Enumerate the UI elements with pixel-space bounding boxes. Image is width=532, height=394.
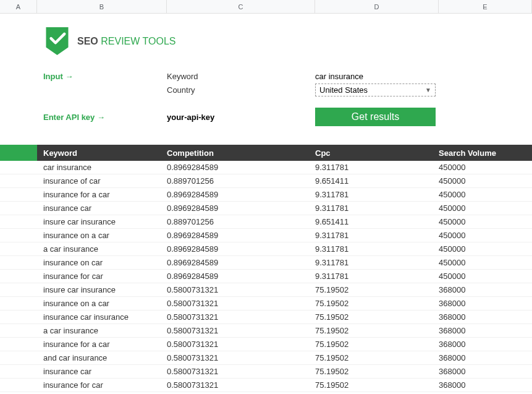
cell-keyword: a car insurance xyxy=(37,244,167,254)
cell-cpc: 75.19502 xyxy=(315,299,439,308)
country-dropdown[interactable]: United States ▼ xyxy=(315,84,436,96)
table-row[interactable]: insurance car0.580073132175.19502368000 xyxy=(0,365,532,379)
api-key-label: Enter API key → xyxy=(37,113,167,122)
country-label: Country xyxy=(167,85,315,95)
table-row[interactable]: insurance on a car0.580073132175.1950236… xyxy=(0,297,532,310)
cell-competition: 0.8969284589 xyxy=(167,258,315,267)
th-competition: Competition xyxy=(167,148,315,158)
cell-volume: 450000 xyxy=(439,176,532,186)
cell-volume: 368000 xyxy=(439,380,532,390)
cell-competition: 0.8969284589 xyxy=(167,231,315,240)
header-accent xyxy=(0,145,37,161)
cell-keyword: insurance car xyxy=(37,203,167,213)
cell-cpc: 9.311781 xyxy=(315,272,439,281)
cell-keyword: and car insurance xyxy=(37,353,167,362)
cell-volume: 368000 xyxy=(439,367,532,376)
cell-competition: 0.5800731321 xyxy=(167,353,315,362)
cell-keyword: insurance on car xyxy=(37,258,167,267)
cell-volume: 450000 xyxy=(439,190,532,199)
cell-cpc: 75.19502 xyxy=(315,367,439,376)
country-value: United States xyxy=(319,85,368,95)
th-cpc: Cpc xyxy=(315,148,439,158)
table-row[interactable]: insurance of car0.8897012569.65141145000… xyxy=(0,174,532,188)
cell-volume: 368000 xyxy=(439,326,532,335)
cell-volume: 368000 xyxy=(439,340,532,349)
cell-competition: 0.5800731321 xyxy=(167,340,315,349)
cell-competition: 0.889701256 xyxy=(167,176,315,186)
input-label: Input → xyxy=(37,72,167,81)
cell-competition: 0.5800731321 xyxy=(167,285,315,294)
cell-volume: 450000 xyxy=(439,217,532,226)
cell-cpc: 9.311781 xyxy=(315,163,439,172)
results-table-body: car insurance0.89692845899.311781450000i… xyxy=(0,161,532,392)
cell-volume: 368000 xyxy=(439,285,532,294)
cell-cpc: 9.651411 xyxy=(315,176,439,186)
keyword-label: Keyword xyxy=(167,72,315,81)
col-header-e[interactable]: E xyxy=(439,0,532,13)
cell-keyword: car insurance xyxy=(37,163,167,172)
cell-competition: 0.889701256 xyxy=(167,217,315,226)
table-row[interactable]: insurance on car0.89692845899.3117814500… xyxy=(0,256,532,270)
table-row[interactable]: insurance car0.89692845899.311781450000 xyxy=(0,202,532,215)
cell-cpc: 9.311781 xyxy=(315,203,439,213)
api-key-value-cell[interactable]: your-api-key xyxy=(167,113,315,122)
table-row[interactable]: insurance car insurance0.580073132175.19… xyxy=(0,310,532,324)
cell-cpc: 9.311781 xyxy=(315,244,439,254)
cell-cpc: 9.651411 xyxy=(315,217,439,226)
cell-volume: 450000 xyxy=(439,272,532,281)
cell-cpc: 9.311781 xyxy=(315,258,439,267)
table-row[interactable]: insure car insurance0.580073132175.19502… xyxy=(0,283,532,297)
cell-volume: 450000 xyxy=(439,231,532,240)
table-row[interactable]: a car insurance0.89692845899.31178145000… xyxy=(0,242,532,256)
th-keyword: Keyword xyxy=(37,148,167,158)
cell-keyword: insurance on a car xyxy=(37,299,167,308)
cell-keyword: insurance on a car xyxy=(37,231,167,240)
cell-keyword: insurance car insurance xyxy=(37,312,167,322)
table-row[interactable]: insurance for car0.580073132175.19502368… xyxy=(0,379,532,392)
table-row[interactable]: car insurance0.89692845899.311781450000 xyxy=(0,161,532,174)
cell-keyword: insurance for a car xyxy=(37,340,167,349)
cell-cpc: 75.19502 xyxy=(315,312,439,322)
cell-keyword: insurance for car xyxy=(37,272,167,281)
cell-keyword: insure car insurance xyxy=(37,217,167,226)
cell-keyword: insurance for car xyxy=(37,380,167,390)
cell-cpc: 9.311781 xyxy=(315,190,439,199)
table-row[interactable]: insure car insurance0.8897012569.6514114… xyxy=(0,215,532,229)
cell-cpc: 9.311781 xyxy=(315,231,439,240)
logo-text-review: REVIEW TOOLS xyxy=(98,36,176,46)
cell-competition: 0.5800731321 xyxy=(167,299,315,308)
checkmark-badge-icon xyxy=(43,26,71,57)
col-header-c[interactable]: C xyxy=(167,0,315,13)
cell-keyword: insure car insurance xyxy=(37,285,167,294)
get-results-button[interactable]: Get results xyxy=(315,108,436,126)
table-row[interactable]: and car insurance0.580073132175.19502368… xyxy=(0,351,532,365)
cell-keyword: insurance for a car xyxy=(37,190,167,199)
keyword-value-cell[interactable]: car insurance xyxy=(315,72,439,81)
cell-cpc: 75.19502 xyxy=(315,326,439,335)
table-row[interactable]: a car insurance0.580073132175.1950236800… xyxy=(0,324,532,338)
col-header-a[interactable]: A xyxy=(0,0,37,13)
th-volume: Search Volume xyxy=(439,148,532,158)
table-row[interactable]: insurance for a car0.580073132175.195023… xyxy=(0,338,532,351)
cell-volume: 368000 xyxy=(439,299,532,308)
table-row[interactable]: insurance on a car0.89692845899.31178145… xyxy=(0,229,532,242)
cell-competition: 0.8969284589 xyxy=(167,203,315,213)
cell-cpc: 75.19502 xyxy=(315,380,439,390)
cell-competition: 0.5800731321 xyxy=(167,367,315,376)
cell-keyword: a car insurance xyxy=(37,326,167,335)
cell-volume: 450000 xyxy=(439,244,532,254)
cell-competition: 0.5800731321 xyxy=(167,326,315,335)
cell-volume: 368000 xyxy=(439,353,532,362)
cell-cpc: 75.19502 xyxy=(315,285,439,294)
results-table-header: Keyword Competition Cpc Search Volume xyxy=(0,145,532,161)
cell-competition: 0.5800731321 xyxy=(167,380,315,390)
table-row[interactable]: insurance for a car0.89692845899.3117814… xyxy=(0,188,532,202)
table-row[interactable]: insurance for car0.89692845899.311781450… xyxy=(0,270,532,283)
col-header-d[interactable]: D xyxy=(315,0,439,13)
cell-keyword: insurance of car xyxy=(37,176,167,186)
cell-volume: 368000 xyxy=(439,312,532,322)
col-header-b[interactable]: B xyxy=(37,0,167,13)
cell-cpc: 75.19502 xyxy=(315,353,439,362)
cell-competition: 0.8969284589 xyxy=(167,244,315,254)
cell-volume: 450000 xyxy=(439,163,532,172)
